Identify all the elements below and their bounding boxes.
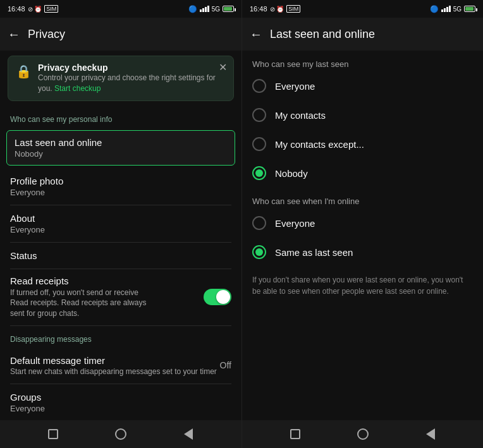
privacy-card-link[interactable]: Start checkup [54,84,101,93]
right-top-bar: ← Last seen and online [242,18,483,51]
left-top-bar: ← Privacy [0,18,242,51]
timer-title: Default message timer [10,355,220,366]
circle-icon [115,428,126,440]
option-my-contacts[interactable]: My contacts [242,100,483,130]
left-page-title: Privacy [28,28,234,41]
battery-icon-right [464,6,475,12]
timer-value: Off [220,360,231,370]
about-subtitle: Everyone [10,225,231,234]
lock-icon: 🔒 [16,64,32,79]
status-icons-left: ⊘ ⏰ [28,6,42,13]
timer-row[interactable]: Default message timer Start new chats wi… [0,348,242,384]
status-bar-right: 16:48 ⊘ ⏰ SIM 🔵 5G [242,0,483,18]
radio-my-contacts[interactable] [252,108,266,122]
time-left: 16:48 [8,5,25,13]
privacy-card-close[interactable]: ✕ [219,61,227,73]
left-bottom-nav [0,420,242,448]
option-same-as-last-seen[interactable]: Same as last seen [242,238,483,267]
signal-bars [200,6,209,12]
profile-photo-title: Profile photo [10,176,231,186]
radio-everyone-online[interactable] [252,216,266,230]
status-item[interactable]: Status [0,243,242,269]
recents-button[interactable] [114,428,127,440]
recents-button-right[interactable] [357,428,369,440]
bluetooth-icon: 🔵 [188,5,197,13]
network-type-right: 5G [453,6,462,13]
radio-nobody[interactable] [252,166,266,180]
home-button[interactable] [47,428,59,440]
triangle-icon [184,428,193,440]
radio-everyone-online-label: Everyone [275,218,315,229]
toggle-knob [216,290,230,304]
left-content: 🔒 Privacy checkup Control your privacy a… [0,51,242,420]
radio-everyone[interactable] [252,79,266,93]
online-section-label: Who can see when I'm online [242,188,483,209]
status-time-right: 16:48 ⊘ ⏰ SIM [250,5,300,13]
radio-everyone-label: Everyone [275,81,315,92]
status-time-left: 16:48 ⊘ ⏰ SIM [8,5,58,13]
option-my-contacts-except[interactable]: My contacts except... [242,130,483,159]
radio-my-contacts-label: My contacts [275,110,326,121]
radio-same-as-last-seen[interactable] [252,245,266,259]
status-right-left: 🔵 5G [188,5,234,13]
profile-photo-subtitle: Everyone [10,188,231,197]
timer-text: Default message timer Start new chats wi… [10,355,220,376]
groups-title: Groups [10,392,231,403]
privacy-card-desc: Control your privacy and choose the righ… [38,73,226,94]
left-phone-screen: 16:48 ⊘ ⏰ SIM 🔵 5G ← Privacy 🔒 [0,0,242,448]
last-seen-section-label: Who can see my last seen [242,51,483,71]
square-icon [48,429,58,439]
network-type: 5G [212,6,220,13]
right-content: Who can see my last seen Everyone My con… [242,51,483,420]
read-receipts-desc: If turned off, you won't send or receive… [10,288,156,319]
square-icon-right [290,429,300,439]
sim-icon: SIM [44,5,58,13]
option-nobody[interactable]: Nobody [242,159,483,188]
option-everyone-online[interactable]: Everyone [242,209,483,238]
status-bar-left: 16:48 ⊘ ⏰ SIM 🔵 5G [0,0,242,18]
read-receipts-title: Read receipts [10,275,204,286]
radio-my-contacts-except-label: My contacts except... [275,139,364,150]
back-button-nav[interactable] [182,428,195,440]
signal-bars-right [441,6,451,12]
right-phone-screen: 16:48 ⊘ ⏰ SIM 🔵 5G ← Last seen and onlin… [242,0,483,448]
radio-nobody-label: Nobody [275,168,308,179]
radio-my-contacts-except[interactable] [252,137,266,151]
last-seen-item[interactable]: Last seen and online Nobody [6,130,235,166]
circle-icon-right [357,428,369,440]
sim-icon-right: SIM [286,5,300,13]
status-right-right: 🔵 5G [430,5,475,13]
back-button-right[interactable]: ← [250,27,262,42]
about-item[interactable]: About Everyone [0,205,242,242]
status-title: Status [10,250,231,261]
triangle-icon-right [426,428,435,440]
right-bottom-nav [242,420,483,448]
personal-info-section: Who can see my personal info [0,106,242,128]
back-button-left[interactable]: ← [8,27,20,42]
time-right: 16:48 [250,5,267,13]
privacy-card-body: Privacy checkup Control your privacy and… [38,63,226,94]
read-receipts-text: Read receipts If turned off, you won't s… [10,275,204,319]
radio-same-as-last-seen-label: Same as last seen [275,247,353,258]
privacy-checkup-card[interactable]: 🔒 Privacy checkup Control your privacy a… [8,56,234,101]
read-receipts-toggle[interactable] [204,289,231,305]
about-title: About [10,213,231,224]
groups-item[interactable]: Groups Everyone [0,384,242,420]
home-button-right[interactable] [289,428,302,440]
disappearing-section: Disappearing messages [0,326,242,348]
status-icons-right: ⊘ ⏰ [270,6,284,13]
last-seen-subtitle: Nobody [15,149,227,159]
last-seen-title: Last seen and online [15,137,227,148]
back-button-nav-right[interactable] [424,428,437,440]
read-receipts-row[interactable]: Read receipts If turned off, you won't s… [0,269,242,325]
right-page-title: Last seen and online [270,28,475,41]
privacy-card-title: Privacy checkup [38,63,226,73]
bluetooth-icon-right: 🔵 [430,5,439,13]
option-everyone[interactable]: Everyone [242,71,483,100]
battery-icon [223,6,234,12]
info-text: If you don't share when you were last se… [242,267,483,305]
timer-desc: Start new chats with disappearing messag… [10,367,220,376]
groups-subtitle: Everyone [10,404,231,413]
profile-photo-item[interactable]: Profile photo Everyone [0,168,242,205]
